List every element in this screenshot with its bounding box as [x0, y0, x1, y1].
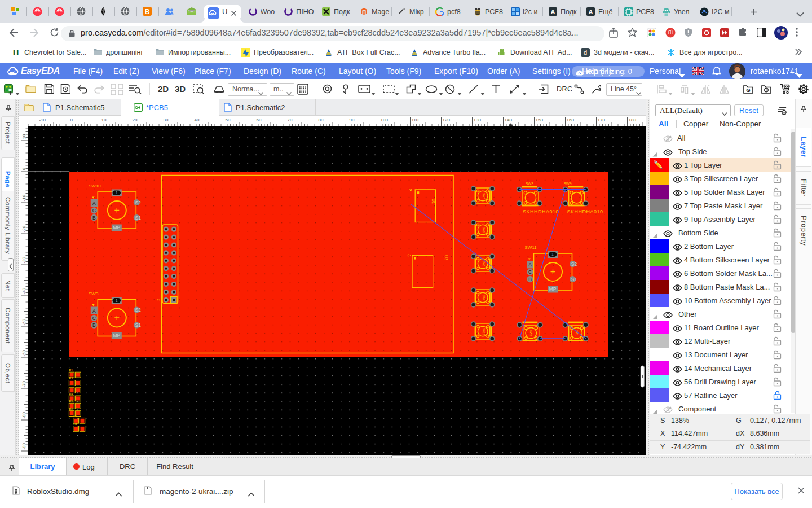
svg-text:S2: S2	[571, 261, 577, 267]
svg-text:150: 150	[536, 117, 544, 122]
svg-text:H: H	[12, 48, 19, 57]
svg-text:SKHHDHA010: SKHHDHA010	[567, 209, 603, 214]
svg-text:0: 0	[21, 168, 27, 170]
svg-text:R5: R5	[69, 400, 73, 403]
svg-text:R8: R8	[73, 422, 77, 426]
svg-text:SW12: SW12	[482, 328, 485, 335]
svg-text:1: 1	[116, 299, 118, 303]
svg-text:MP: MP	[113, 225, 120, 230]
svg-text:0: 0	[70, 117, 73, 122]
svg-text:-40: -40	[21, 287, 27, 294]
svg-text:20: 20	[133, 117, 138, 122]
svg-text:S2: S2	[135, 200, 142, 205]
svg-text:C: C	[528, 269, 532, 275]
svg-text:S1: S1	[135, 215, 142, 221]
svg-text:SW2: SW2	[529, 330, 532, 336]
svg-text:10: 10	[21, 134, 27, 139]
svg-text:120: 120	[443, 117, 451, 122]
svg-text:U2: U2	[444, 255, 448, 260]
svg-text:MP: MP	[113, 332, 120, 338]
svg-text:-30: -30	[21, 256, 27, 263]
svg-text:S2: S2	[135, 307, 142, 313]
svg-text:R6: R6	[69, 408, 73, 411]
svg-text:S1: S1	[135, 322, 142, 328]
svg-text:A: A	[589, 8, 593, 15]
svg-text:30: 30	[164, 117, 169, 122]
svg-text:G: G	[746, 87, 750, 93]
svg-text:180: 180	[629, 117, 637, 122]
svg-text:d: d	[584, 49, 587, 56]
svg-text:-50: -50	[21, 318, 27, 325]
svg-text:160: 160	[567, 117, 575, 122]
svg-text:SW5: SW5	[482, 261, 485, 266]
svg-text:R7: R7	[73, 414, 77, 418]
svg-text:2: 2	[157, 299, 160, 300]
svg-text:SW4: SW4	[482, 295, 485, 300]
svg-text:R3: R3	[69, 376, 73, 380]
svg-text:B: B	[92, 322, 96, 328]
svg-text:140: 140	[505, 117, 513, 122]
svg-text:SW6: SW6	[482, 227, 485, 233]
svg-text:-10: -10	[39, 117, 46, 122]
svg-text:MP: MP	[549, 286, 557, 292]
svg-text:90: 90	[350, 117, 355, 122]
svg-text:-10: -10	[21, 194, 27, 201]
svg-text:50: 50	[226, 117, 231, 122]
svg-text:SW10: SW10	[89, 183, 101, 189]
svg-text:B: B	[92, 215, 96, 221]
svg-text:40: 40	[195, 117, 200, 122]
svg-text:A: A	[551, 8, 555, 15]
svg-text:C: C	[92, 316, 96, 321]
svg-text:60: 60	[257, 117, 262, 122]
svg-text:B: B	[528, 277, 532, 282]
svg-text:-60: -60	[21, 349, 27, 356]
svg-text:U1: U1	[431, 199, 435, 204]
svg-text:C: C	[92, 208, 96, 213]
svg-text:80: 80	[319, 117, 324, 122]
svg-text:R4: R4	[69, 392, 73, 396]
svg-text:A: A	[528, 262, 532, 268]
svg-text:1: 1	[551, 252, 554, 256]
svg-text:100: 100	[381, 117, 389, 122]
svg-text:A: A	[92, 308, 96, 314]
svg-text:1: 1	[116, 191, 118, 195]
svg-text:S1: S1	[571, 277, 577, 282]
svg-text:170: 170	[598, 117, 606, 122]
svg-text:A: A	[92, 200, 96, 206]
svg-text:130: 130	[474, 117, 482, 122]
svg-text:SKHHDHA010: SKHHDHA010	[523, 209, 559, 214]
svg-text:10: 10	[102, 117, 107, 122]
svg-text:70: 70	[288, 117, 293, 122]
svg-text:110: 110	[412, 117, 419, 122]
svg-text:SW8: SW8	[526, 182, 533, 186]
svg-text:SW11: SW11	[525, 245, 537, 250]
svg-text:SW3: SW3	[89, 291, 99, 296]
svg-text:SW7: SW7	[482, 193, 485, 199]
svg-text:-90: -90	[21, 443, 27, 449]
svg-text:SW9: SW9	[564, 182, 572, 186]
svg-text:-20: -20	[21, 225, 27, 232]
svg-text:-70: -70	[21, 380, 27, 387]
svg-text:R1: R1	[69, 369, 73, 372]
svg-text:B: B	[144, 8, 149, 16]
svg-text:-80: -80	[21, 411, 27, 418]
